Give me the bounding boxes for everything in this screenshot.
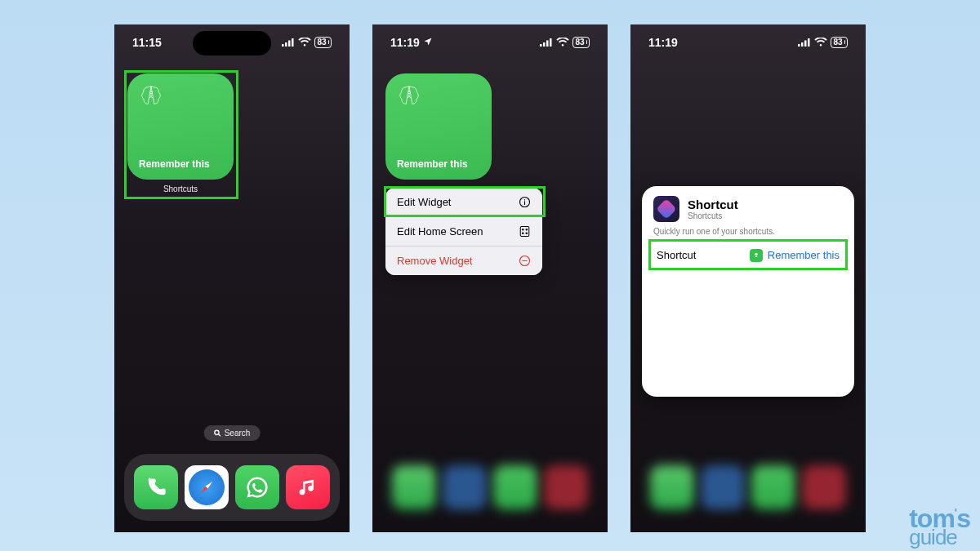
- safari-app-icon[interactable]: [185, 465, 229, 509]
- svg-point-5: [215, 430, 219, 434]
- menu-remove-widget[interactable]: Remove Widget: [385, 246, 542, 275]
- status-time: 11:19: [390, 36, 420, 49]
- shortcuts-widget[interactable]: Remember this: [385, 73, 492, 180]
- svg-point-13: [523, 229, 524, 230]
- dock: [382, 454, 598, 521]
- svg-rect-9: [550, 38, 552, 47]
- phone-app-icon[interactable]: [134, 465, 178, 509]
- dock: [640, 454, 856, 521]
- status-time: 11:19: [648, 36, 678, 49]
- svg-rect-1: [285, 42, 287, 47]
- svg-rect-2: [288, 41, 291, 47]
- svg-rect-21: [808, 38, 810, 47]
- card-title: Shortcut: [688, 198, 738, 211]
- music-app-icon[interactable]: [544, 465, 588, 509]
- search-pill[interactable]: Search: [204, 425, 261, 441]
- whatsapp-app-icon[interactable]: [235, 465, 279, 509]
- svg-rect-3: [292, 38, 294, 47]
- cellular-signal-icon: [798, 38, 811, 47]
- cellular-signal-icon: [540, 38, 553, 47]
- phone-screen-1: 11:15 83 Remember this Shortcuts Search: [114, 24, 350, 532]
- search-label: Search: [225, 429, 251, 438]
- phone-app-icon[interactable]: [392, 465, 436, 509]
- safari-app-icon[interactable]: [443, 465, 487, 509]
- svg-point-14: [526, 229, 528, 230]
- wifi-icon: [298, 38, 311, 47]
- card-subtitle: Shortcuts: [688, 211, 738, 220]
- svg-point-16: [526, 233, 528, 234]
- status-time: 11:15: [132, 36, 162, 49]
- safari-app-icon[interactable]: [701, 465, 745, 509]
- location-icon: [423, 36, 433, 49]
- menu-edit-home-screen[interactable]: Edit Home Screen: [385, 216, 542, 246]
- music-app-icon[interactable]: [286, 465, 330, 509]
- svg-rect-6: [540, 44, 542, 47]
- svg-rect-12: [520, 226, 529, 236]
- minus-circle-icon: [519, 255, 531, 267]
- annotation-highlight: [384, 186, 546, 217]
- brain-icon: [397, 83, 480, 111]
- cellular-signal-icon: [282, 38, 295, 47]
- phone-app-icon[interactable]: [650, 465, 694, 509]
- dock: [124, 454, 340, 521]
- status-bar: 11:19 83: [372, 24, 608, 60]
- svg-rect-18: [798, 44, 800, 47]
- annotation-highlight: [124, 70, 238, 199]
- phone-screen-3: 11:19 83 Shortcut Shortcuts: [630, 24, 866, 532]
- svg-rect-20: [804, 41, 807, 47]
- status-bar: 11:19 83: [630, 24, 866, 60]
- music-app-icon[interactable]: [802, 465, 846, 509]
- svg-rect-19: [801, 42, 804, 47]
- svg-point-15: [523, 233, 524, 234]
- svg-rect-0: [282, 44, 284, 47]
- status-bar: 11:15 83: [114, 24, 350, 60]
- phone-screen-2: 11:19 83 Remember this: [372, 24, 608, 532]
- brand-logo: tom's guide: [909, 509, 970, 546]
- menu-label: Remove Widget: [397, 255, 472, 267]
- widget-config-card: Shortcut Shortcuts Quickly run one of yo…: [642, 186, 854, 397]
- svg-rect-8: [546, 41, 549, 47]
- search-icon: [214, 429, 221, 437]
- apps-icon: [519, 225, 531, 238]
- wifi-icon: [814, 38, 827, 47]
- whatsapp-app-icon[interactable]: [493, 465, 537, 509]
- menu-label: Edit Home Screen: [397, 225, 483, 238]
- battery-icon: 83: [572, 37, 590, 48]
- wifi-icon: [556, 38, 569, 47]
- shortcuts-app-icon: [653, 196, 679, 222]
- svg-rect-7: [543, 42, 546, 47]
- battery-icon: 83: [314, 37, 332, 48]
- battery-icon: 83: [831, 37, 848, 48]
- card-description: Quickly run one of your shortcuts.: [653, 227, 843, 236]
- widget-label: Remember this: [397, 158, 480, 170]
- annotation-highlight: [648, 239, 848, 270]
- whatsapp-app-icon[interactable]: [751, 465, 795, 509]
